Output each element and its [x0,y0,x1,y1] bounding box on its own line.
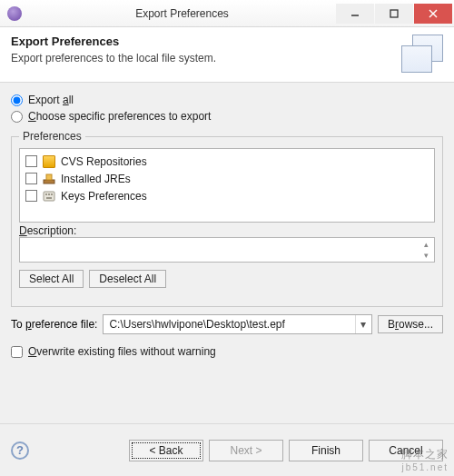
finish-button[interactable]: Finish [289,440,363,461]
next-button: Next > [209,440,283,461]
preferences-group: Preferences CVS Repositories Installed J… [11,130,443,307]
file-label: To preference file: [11,318,97,331]
svg-rect-6 [44,192,54,201]
checkbox[interactable] [25,155,37,167]
deselect-all-button[interactable]: Deselect All [89,270,166,288]
file-combo[interactable]: ▾ [103,314,372,334]
list-item-label: Installed JREs [61,173,131,185]
chevron-down-icon[interactable]: ▾ [419,250,433,261]
checkbox[interactable] [25,173,37,184]
description-spinner[interactable]: ▴ ▾ [419,239,433,261]
banner: Export Preferences Export preferences to… [0,27,454,83]
file-input[interactable] [104,315,355,333]
banner-subtext: Export preferences to the local file sys… [11,52,216,64]
svg-rect-4 [44,180,54,183]
select-all-button[interactable]: Select All [19,270,84,288]
chevron-down-icon[interactable]: ▾ [355,315,371,333]
footer: ? < Back Next > Finish Cancel [0,423,454,476]
checkbox[interactable] [25,190,37,202]
file-row: To preference file: ▾ Browse... [11,314,443,334]
banner-heading: Export Preferences [11,35,216,48]
minimize-button[interactable] [336,4,374,24]
radio-choose-specific-input[interactable] [11,111,23,123]
svg-rect-1 [390,10,398,17]
browse-button[interactable]: Browse... [378,315,443,333]
window-controls [335,4,452,24]
radio-choose-specific[interactable]: Choose specific preferences to export [11,110,443,123]
list-item-label: Keys Preferences [61,190,147,203]
cancel-button[interactable]: Cancel [369,440,443,461]
list-item[interactable]: CVS Repositories [25,153,429,170]
maximize-button[interactable] [375,4,413,24]
radio-export-all-input[interactable] [11,94,23,106]
description-box[interactable]: ▴ ▾ [19,237,435,263]
cvs-icon [43,155,55,168]
svg-rect-10 [46,197,52,199]
dialog-body: Export all Choose specific preferences t… [0,83,454,476]
svg-rect-9 [51,193,53,195]
overwrite-checkbox-input[interactable] [11,346,23,358]
back-button[interactable]: < Back [129,440,203,461]
app-icon [7,6,22,21]
svg-rect-8 [48,193,50,195]
svg-rect-7 [45,193,47,195]
keys-icon [43,190,55,203]
preferences-list[interactable]: CVS Repositories Installed JREs Keys Pre… [19,148,435,223]
window-title: Export Preferences [29,7,335,20]
list-item[interactable]: Keys Preferences [25,187,429,204]
svg-rect-5 [46,174,52,180]
chevron-up-icon[interactable]: ▴ [419,239,433,250]
jre-icon [43,173,55,185]
titlebar: Export Preferences [0,0,454,27]
preferences-legend: Preferences [19,130,85,143]
export-icon [401,35,443,73]
help-icon[interactable]: ? [11,441,29,460]
close-button[interactable] [414,4,452,24]
radio-export-all[interactable]: Export all [11,94,443,106]
list-item-label: CVS Repositories [61,155,147,168]
overwrite-checkbox[interactable]: Overwrite existing files without warning [11,345,443,358]
list-item[interactable]: Installed JREs [25,170,429,187]
